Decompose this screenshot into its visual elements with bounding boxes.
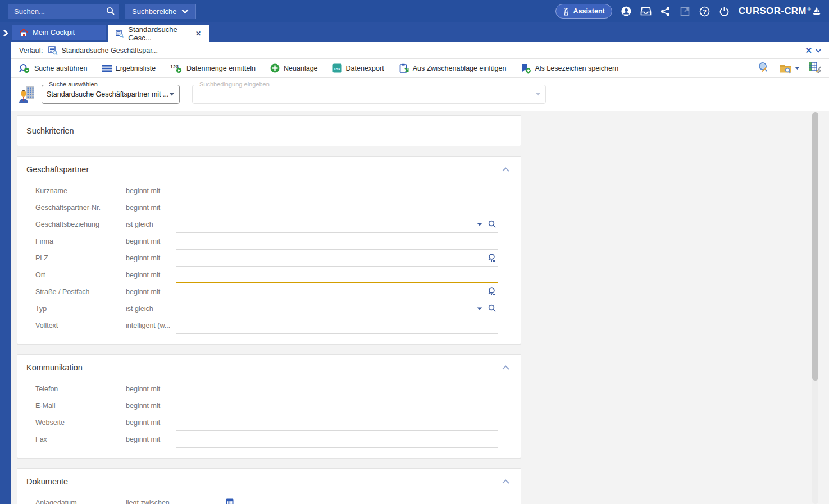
criteria-row: Faxbeginnt mit xyxy=(17,431,521,448)
neuanlage-button[interactable]: Neuanlage xyxy=(270,63,317,73)
business-partner-icon xyxy=(18,85,37,104)
account-icon[interactable] xyxy=(621,6,632,17)
row-search-icon[interactable] xyxy=(488,304,497,313)
criteria-operator[interactable]: beginnt mit xyxy=(126,288,176,296)
brand-text: CURSOR-CRM xyxy=(739,6,807,17)
csv-export-icon: csv xyxy=(332,63,342,73)
criteria-operator[interactable]: beginnt mit xyxy=(126,419,176,427)
search-input[interactable] xyxy=(8,4,119,19)
criteria-operator[interactable]: beginnt mit xyxy=(126,436,176,443)
inbox-icon[interactable] xyxy=(640,6,652,17)
criteria-input[interactable] xyxy=(176,201,498,216)
vertical-scrollbar[interactable] xyxy=(812,112,818,504)
scrollbar-thumb[interactable] xyxy=(812,112,818,381)
collapse-section-icon[interactable] xyxy=(502,365,509,370)
criteria-operator[interactable]: beginnt mit xyxy=(126,187,176,195)
table-settings-icon[interactable] xyxy=(809,62,821,75)
condition-caret-icon xyxy=(535,93,541,96)
search-list-icon xyxy=(116,29,124,38)
search-icon[interactable] xyxy=(106,7,115,18)
criteria-operator[interactable]: liegt zwischen xyxy=(126,499,176,504)
criteria-input[interactable] xyxy=(176,303,498,317)
criteria-input[interactable] xyxy=(176,497,498,504)
criteria-operator[interactable]: ist gleich xyxy=(126,221,176,228)
criteria-input[interactable] xyxy=(176,252,498,267)
criteria-field-label: Typ xyxy=(35,305,126,313)
criteria-operator[interactable]: beginnt mit xyxy=(126,402,176,410)
criteria-operator[interactable]: intelligent (w... xyxy=(126,322,176,329)
row-lookup-icon[interactable] xyxy=(488,254,497,262)
share-icon[interactable] xyxy=(660,6,671,17)
tab-bar: Mein Cockpit Standardsuche Gesc... ✕ xyxy=(0,22,829,42)
criteria-field-label: Geschäftspartner-Nr. xyxy=(35,204,126,212)
criteria-input[interactable] xyxy=(176,416,498,431)
add-icon xyxy=(270,63,280,73)
criteria-row: Geschäftsbeziehungist gleich xyxy=(17,216,521,233)
suche-ausfuehren-button[interactable]: Suche ausführen xyxy=(19,63,88,74)
criteria-operator[interactable]: beginnt mit xyxy=(126,254,176,262)
criteria-row: Webseitebeginnt mit xyxy=(17,414,521,431)
count-run-icon: 123 xyxy=(170,63,183,74)
criteria-input[interactable] xyxy=(176,218,498,233)
open-external-icon[interactable] xyxy=(680,6,691,17)
calendar-icon[interactable] xyxy=(226,498,234,504)
criteria-input[interactable] xyxy=(176,235,498,250)
row-caret-icon[interactable] xyxy=(477,223,482,226)
tab-standardsuche[interactable]: Standardsuche Gesc... ✕ xyxy=(108,25,209,42)
power-icon[interactable] xyxy=(719,6,730,17)
collapse-section-icon[interactable] xyxy=(502,167,509,172)
tab-close-icon[interactable]: ✕ xyxy=(195,30,201,38)
criteria-field-label: Straße / Postfach xyxy=(35,288,126,296)
datenmenge-ermitteln-button[interactable]: 123 Datenmenge ermitteln xyxy=(170,63,256,74)
verlauf-caret-icon[interactable] xyxy=(814,47,822,54)
edit-search-icon[interactable] xyxy=(758,62,770,75)
row-lookup-icon[interactable] xyxy=(488,287,497,296)
folder-caret-icon xyxy=(795,67,800,70)
verlauf-label: Verlauf: xyxy=(19,47,43,54)
row-caret-icon[interactable] xyxy=(477,307,482,310)
section-header: Kommunikation xyxy=(17,355,521,381)
help-icon[interactable]: ? xyxy=(699,6,710,17)
collapse-section-icon[interactable] xyxy=(502,479,509,484)
zwischenablage-einfuegen-button[interactable]: Aus Zwischenablage einfügen xyxy=(399,63,507,74)
criteria-operator[interactable]: beginnt mit xyxy=(126,237,176,245)
lesezeichen-speichern-button[interactable]: Als Lesezeichen speichern xyxy=(521,63,618,74)
tab-label: Standardsuche Gesc... xyxy=(128,25,191,42)
assistent-button[interactable]: Assistent xyxy=(555,4,612,19)
ergebnisliste-button[interactable]: Ergebnisliste xyxy=(102,65,156,72)
close-verlauf-icon[interactable]: ✕ xyxy=(803,45,814,56)
section-card: DokumenteAnlagedatumliegt zwischen xyxy=(17,468,521,504)
row-search-icon[interactable] xyxy=(488,220,497,228)
toolbar-right xyxy=(758,62,821,75)
criteria-field-label: Webseite xyxy=(35,419,126,427)
criteria-row: Geschäftspartner-Nr.beginnt mit xyxy=(17,199,521,216)
verlauf-item-label: Standardsuche Geschäftspar... xyxy=(61,47,158,54)
tab-label: Mein Cockpit xyxy=(33,28,75,36)
criteria-row: E-Mailbeginnt mit xyxy=(17,397,521,414)
section-title: Geschäftspartner xyxy=(26,165,89,174)
criteria-input[interactable] xyxy=(176,286,498,300)
expand-panel-icon[interactable] xyxy=(1,28,11,38)
suche-auswaehlen-select[interactable]: Suche auswählen Standardsuche Geschäftsp… xyxy=(42,85,180,104)
criteria-field-label: Volltext xyxy=(35,322,126,329)
criteria-input[interactable] xyxy=(176,185,498,199)
criteria-input[interactable] xyxy=(176,269,498,283)
criteria-input[interactable] xyxy=(176,400,498,414)
suchbereiche-button[interactable]: Suchbereiche xyxy=(125,4,196,19)
criteria-input[interactable] xyxy=(176,319,498,334)
criteria-operator[interactable]: beginnt mit xyxy=(126,385,176,393)
criteria-operator[interactable]: beginnt mit xyxy=(126,204,176,212)
select-caret-icon[interactable] xyxy=(169,93,175,96)
criteria-field-label: Telefon xyxy=(35,385,126,393)
criteria-operator[interactable]: beginnt mit xyxy=(126,271,176,279)
criteria-operator[interactable]: ist gleich xyxy=(126,305,176,313)
search-run-icon xyxy=(19,63,30,74)
criteria-field-label: Anlagedatum xyxy=(35,499,126,504)
saved-searches-folder-icon[interactable] xyxy=(779,63,800,74)
tab-mein-cockpit[interactable]: Mein Cockpit xyxy=(12,25,106,40)
criteria-input[interactable] xyxy=(176,433,498,448)
verlauf-item[interactable]: Standardsuche Geschäftspar... xyxy=(48,46,158,55)
suchbedingung-field[interactable]: Suchbedingung eingeben xyxy=(192,85,546,104)
criteria-input[interactable] xyxy=(176,383,498,397)
datenexport-button[interactable]: csv Datenexport xyxy=(332,63,384,73)
